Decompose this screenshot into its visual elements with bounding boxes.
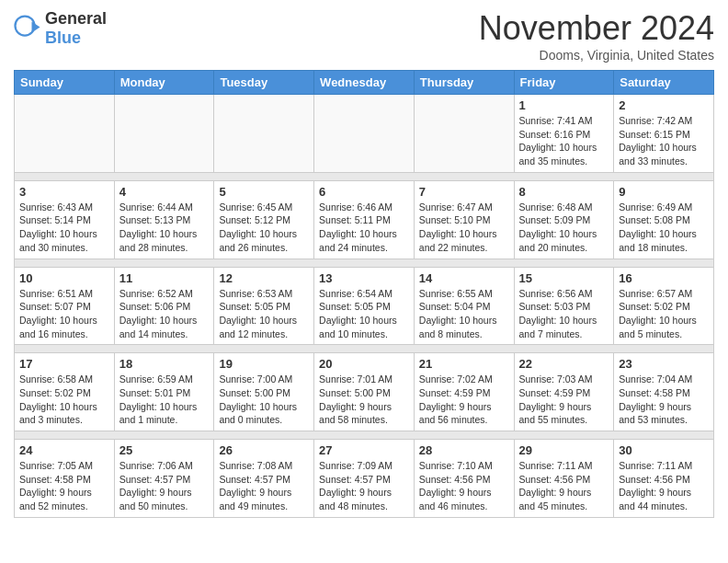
day-cell: 7Sunrise: 6:47 AM Sunset: 5:10 PM Daylig… bbox=[414, 180, 514, 259]
logo: General Blue bbox=[14, 9, 107, 48]
logo-text: General Blue bbox=[45, 9, 107, 48]
week-row-1: 1Sunrise: 7:41 AM Sunset: 6:16 PM Daylig… bbox=[15, 95, 714, 173]
day-info: Sunrise: 7:00 AM Sunset: 5:00 PM Dayligh… bbox=[219, 373, 309, 427]
logo-icon bbox=[14, 15, 41, 42]
day-info: Sunrise: 6:58 AM Sunset: 5:02 PM Dayligh… bbox=[19, 373, 109, 427]
day-info: Sunrise: 7:09 AM Sunset: 4:57 PM Dayligh… bbox=[319, 459, 409, 513]
day-number: 19 bbox=[219, 357, 309, 371]
day-number: 25 bbox=[119, 443, 210, 457]
day-cell: 26Sunrise: 7:08 AM Sunset: 4:57 PM Dayli… bbox=[214, 440, 314, 518]
day-info: Sunrise: 6:46 AM Sunset: 5:11 PM Dayligh… bbox=[319, 201, 409, 255]
day-number: 15 bbox=[519, 271, 609, 285]
day-cell bbox=[214, 95, 314, 173]
day-number: 2 bbox=[619, 98, 709, 112]
day-cell bbox=[414, 95, 514, 173]
location: Dooms, Virginia, United States bbox=[479, 48, 714, 63]
week-row-2: 3Sunrise: 6:43 AM Sunset: 5:14 PM Daylig… bbox=[15, 180, 714, 259]
day-info: Sunrise: 7:01 AM Sunset: 5:00 PM Dayligh… bbox=[319, 373, 409, 427]
weekday-header-monday: Monday bbox=[114, 71, 214, 95]
week-row-3: 10Sunrise: 6:51 AM Sunset: 5:07 PM Dayli… bbox=[15, 267, 714, 345]
svg-point-0 bbox=[16, 17, 35, 36]
day-number: 16 bbox=[619, 271, 709, 285]
weekday-header-sunday: Sunday bbox=[15, 71, 115, 95]
day-cell: 10Sunrise: 6:51 AM Sunset: 5:07 PM Dayli… bbox=[15, 267, 115, 345]
day-cell: 19Sunrise: 7:00 AM Sunset: 5:00 PM Dayli… bbox=[214, 353, 314, 431]
day-number: 12 bbox=[219, 271, 309, 285]
day-cell: 16Sunrise: 6:57 AM Sunset: 5:02 PM Dayli… bbox=[614, 267, 714, 345]
day-info: Sunrise: 7:41 AM Sunset: 6:16 PM Dayligh… bbox=[519, 114, 609, 168]
day-info: Sunrise: 6:49 AM Sunset: 5:08 PM Dayligh… bbox=[619, 201, 709, 255]
day-cell: 23Sunrise: 7:04 AM Sunset: 4:58 PM Dayli… bbox=[614, 353, 714, 431]
day-cell: 20Sunrise: 7:01 AM Sunset: 5:00 PM Dayli… bbox=[314, 353, 415, 431]
day-number: 13 bbox=[319, 271, 409, 285]
day-info: Sunrise: 6:56 AM Sunset: 5:03 PM Dayligh… bbox=[519, 287, 609, 341]
day-cell: 8Sunrise: 6:48 AM Sunset: 5:09 PM Daylig… bbox=[514, 180, 614, 259]
month-title: November 2024 bbox=[479, 9, 714, 48]
page-container: General Blue November 2024 Dooms, Virgin… bbox=[0, 0, 728, 527]
day-number: 28 bbox=[419, 443, 509, 457]
logo-blue-text: Blue bbox=[45, 29, 107, 48]
day-info: Sunrise: 6:52 AM Sunset: 5:06 PM Dayligh… bbox=[119, 287, 210, 341]
day-number: 3 bbox=[19, 185, 109, 199]
day-info: Sunrise: 7:08 AM Sunset: 4:57 PM Dayligh… bbox=[219, 459, 309, 513]
day-cell: 6Sunrise: 6:46 AM Sunset: 5:11 PM Daylig… bbox=[314, 180, 415, 259]
day-cell: 4Sunrise: 6:44 AM Sunset: 5:13 PM Daylig… bbox=[114, 180, 214, 259]
spacer-row bbox=[15, 345, 714, 353]
title-block: November 2024 Dooms, Virginia, United St… bbox=[479, 9, 714, 63]
spacer-row bbox=[15, 172, 714, 180]
day-cell: 27Sunrise: 7:09 AM Sunset: 4:57 PM Dayli… bbox=[314, 440, 415, 518]
weekday-header-wednesday: Wednesday bbox=[314, 71, 415, 95]
day-cell: 11Sunrise: 6:52 AM Sunset: 5:06 PM Dayli… bbox=[114, 267, 214, 345]
day-number: 24 bbox=[19, 443, 109, 457]
weekday-header-row: SundayMondayTuesdayWednesdayThursdayFrid… bbox=[15, 71, 714, 95]
weekday-header-saturday: Saturday bbox=[614, 71, 714, 95]
day-info: Sunrise: 6:45 AM Sunset: 5:12 PM Dayligh… bbox=[219, 201, 309, 255]
day-info: Sunrise: 7:04 AM Sunset: 4:58 PM Dayligh… bbox=[619, 373, 709, 427]
day-cell: 2Sunrise: 7:42 AM Sunset: 6:15 PM Daylig… bbox=[614, 95, 714, 173]
day-number: 5 bbox=[219, 185, 309, 199]
day-info: Sunrise: 6:43 AM Sunset: 5:14 PM Dayligh… bbox=[19, 201, 109, 255]
day-info: Sunrise: 6:44 AM Sunset: 5:13 PM Dayligh… bbox=[119, 201, 210, 255]
day-cell: 15Sunrise: 6:56 AM Sunset: 5:03 PM Dayli… bbox=[514, 267, 614, 345]
spacer-cell bbox=[15, 259, 714, 267]
day-cell: 25Sunrise: 7:06 AM Sunset: 4:57 PM Dayli… bbox=[114, 440, 214, 518]
weekday-header-tuesday: Tuesday bbox=[214, 71, 314, 95]
week-row-4: 17Sunrise: 6:58 AM Sunset: 5:02 PM Dayli… bbox=[15, 353, 714, 431]
day-number: 20 bbox=[319, 357, 409, 371]
day-cell: 24Sunrise: 7:05 AM Sunset: 4:58 PM Dayli… bbox=[15, 440, 115, 518]
day-info: Sunrise: 7:02 AM Sunset: 4:59 PM Dayligh… bbox=[419, 373, 509, 427]
day-info: Sunrise: 7:11 AM Sunset: 4:56 PM Dayligh… bbox=[519, 459, 609, 513]
day-number: 27 bbox=[319, 443, 409, 457]
day-cell: 17Sunrise: 6:58 AM Sunset: 5:02 PM Dayli… bbox=[15, 353, 115, 431]
spacer-row bbox=[15, 431, 714, 440]
day-cell: 22Sunrise: 7:03 AM Sunset: 4:59 PM Dayli… bbox=[514, 353, 614, 431]
logo-general-text: General bbox=[45, 9, 107, 29]
weekday-header-thursday: Thursday bbox=[414, 71, 514, 95]
day-number: 4 bbox=[119, 185, 210, 199]
day-cell: 13Sunrise: 6:54 AM Sunset: 5:05 PM Dayli… bbox=[314, 267, 415, 345]
day-number: 29 bbox=[519, 443, 609, 457]
day-info: Sunrise: 6:48 AM Sunset: 5:09 PM Dayligh… bbox=[519, 201, 609, 255]
day-cell: 30Sunrise: 7:11 AM Sunset: 4:56 PM Dayli… bbox=[614, 440, 714, 518]
spacer-row bbox=[15, 259, 714, 267]
day-cell: 12Sunrise: 6:53 AM Sunset: 5:05 PM Dayli… bbox=[214, 267, 314, 345]
spacer-cell bbox=[15, 431, 714, 440]
day-info: Sunrise: 6:55 AM Sunset: 5:04 PM Dayligh… bbox=[419, 287, 509, 341]
day-number: 9 bbox=[619, 185, 709, 199]
day-info: Sunrise: 6:57 AM Sunset: 5:02 PM Dayligh… bbox=[619, 287, 709, 341]
day-info: Sunrise: 6:53 AM Sunset: 5:05 PM Dayligh… bbox=[219, 287, 309, 341]
day-number: 1 bbox=[519, 98, 609, 112]
week-row-5: 24Sunrise: 7:05 AM Sunset: 4:58 PM Dayli… bbox=[15, 440, 714, 518]
day-info: Sunrise: 7:03 AM Sunset: 4:59 PM Dayligh… bbox=[519, 373, 609, 427]
day-cell: 9Sunrise: 6:49 AM Sunset: 5:08 PM Daylig… bbox=[614, 180, 714, 259]
day-info: Sunrise: 7:42 AM Sunset: 6:15 PM Dayligh… bbox=[619, 114, 709, 168]
day-info: Sunrise: 7:10 AM Sunset: 4:56 PM Dayligh… bbox=[419, 459, 509, 513]
day-number: 23 bbox=[619, 357, 709, 371]
day-cell bbox=[15, 95, 115, 173]
day-number: 10 bbox=[19, 271, 109, 285]
spacer-cell bbox=[15, 172, 714, 180]
calendar-table: SundayMondayTuesdayWednesdayThursdayFrid… bbox=[14, 70, 714, 518]
day-number: 8 bbox=[519, 185, 609, 199]
day-cell bbox=[114, 95, 214, 173]
day-number: 7 bbox=[419, 185, 509, 199]
